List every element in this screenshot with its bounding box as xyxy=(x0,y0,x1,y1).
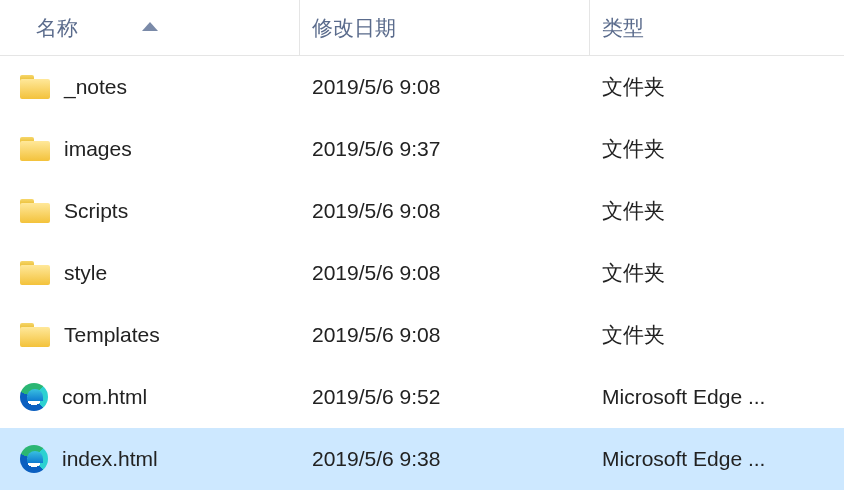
file-name-cell: Scripts xyxy=(0,199,300,223)
file-type-cell: 文件夹 xyxy=(590,259,844,287)
file-row[interactable]: style2019/5/6 9:08文件夹 xyxy=(0,242,844,304)
file-type-cell: Microsoft Edge ... xyxy=(590,385,844,409)
folder-icon xyxy=(20,75,50,99)
file-name-cell: _notes xyxy=(0,75,300,99)
edge-browser-icon xyxy=(20,383,48,411)
column-header-date[interactable]: 修改日期 xyxy=(300,0,590,55)
file-date-cell: 2019/5/6 9:37 xyxy=(300,137,590,161)
file-date-cell: 2019/5/6 9:38 xyxy=(300,447,590,471)
file-name-cell: com.html xyxy=(0,383,300,411)
file-row[interactable]: Scripts2019/5/6 9:08文件夹 xyxy=(0,180,844,242)
folder-icon xyxy=(20,199,50,223)
file-type-cell: 文件夹 xyxy=(590,73,844,101)
sort-ascending-icon xyxy=(142,22,158,31)
file-name-cell: index.html xyxy=(0,445,300,473)
edge-browser-icon xyxy=(20,445,48,473)
file-row[interactable]: Templates2019/5/6 9:08文件夹 xyxy=(0,304,844,366)
file-name-label: Templates xyxy=(64,323,160,347)
file-type-cell: Microsoft Edge ... xyxy=(590,447,844,471)
file-name-label: Scripts xyxy=(64,199,128,223)
column-header-name-label: 名称 xyxy=(36,14,78,42)
file-date-cell: 2019/5/6 9:08 xyxy=(300,261,590,285)
file-type-cell: 文件夹 xyxy=(590,135,844,163)
column-header-date-label: 修改日期 xyxy=(312,14,396,42)
file-name-label: _notes xyxy=(64,75,127,99)
file-name-label: com.html xyxy=(62,385,147,409)
file-type-cell: 文件夹 xyxy=(590,321,844,349)
file-name-cell: style xyxy=(0,261,300,285)
column-header-type[interactable]: 类型 xyxy=(590,0,844,55)
column-header-type-label: 类型 xyxy=(602,14,644,42)
file-name-label: images xyxy=(64,137,132,161)
file-date-cell: 2019/5/6 9:08 xyxy=(300,323,590,347)
folder-icon xyxy=(20,323,50,347)
file-list: _notes2019/5/6 9:08文件夹images2019/5/6 9:3… xyxy=(0,56,844,490)
file-type-cell: 文件夹 xyxy=(590,197,844,225)
file-date-cell: 2019/5/6 9:08 xyxy=(300,199,590,223)
file-name-label: index.html xyxy=(62,447,158,471)
file-row[interactable]: index.html2019/5/6 9:38Microsoft Edge ..… xyxy=(0,428,844,490)
column-header-name[interactable]: 名称 xyxy=(0,0,300,55)
column-header-row: 名称 修改日期 类型 xyxy=(0,0,844,56)
file-name-cell: Templates xyxy=(0,323,300,347)
folder-icon xyxy=(20,261,50,285)
file-row[interactable]: com.html2019/5/6 9:52Microsoft Edge ... xyxy=(0,366,844,428)
file-date-cell: 2019/5/6 9:52 xyxy=(300,385,590,409)
folder-icon xyxy=(20,137,50,161)
file-date-cell: 2019/5/6 9:08 xyxy=(300,75,590,99)
file-name-label: style xyxy=(64,261,107,285)
file-row[interactable]: images2019/5/6 9:37文件夹 xyxy=(0,118,844,180)
file-row[interactable]: _notes2019/5/6 9:08文件夹 xyxy=(0,56,844,118)
file-name-cell: images xyxy=(0,137,300,161)
